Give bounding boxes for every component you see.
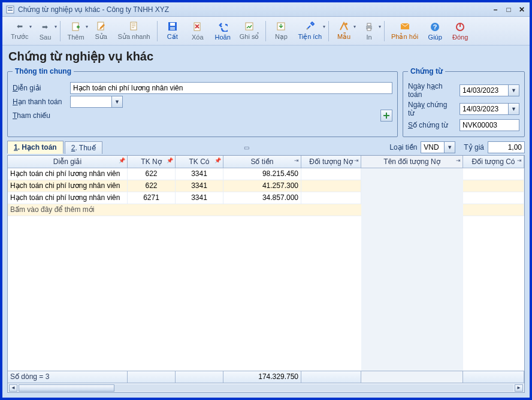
currency-input[interactable] [421, 141, 445, 153]
so-ct-input[interactable] [460, 119, 519, 131]
ngay-ht-input[interactable] [460, 84, 509, 96]
plus-icon [383, 112, 390, 119]
toolbar: ⬅▾Trước ➡▾Sau ▾Thêm Sửa Sửa nhanh Cất Xó… [2, 17, 530, 46]
grid-body[interactable]: Hạch toán chi phí lương nhân viên6223341… [8, 168, 524, 371]
voucher-fieldset: Chứng từ Ngày hạch toán ▼ Ngày chứng từ … [403, 67, 525, 137]
so-ct-label: Số chứng từ [408, 121, 456, 129]
post-button[interactable]: Ghi sổ [236, 19, 263, 43]
scroll-left-button[interactable]: ◄ [9, 384, 17, 392]
edit-button[interactable]: Sửa [89, 19, 113, 43]
table-row[interactable]: Hạch toán chi phí lương nhân viên6223341… [8, 168, 524, 180]
horizontal-scrollbar[interactable]: ◄ ► [8, 383, 524, 392]
add-new-row[interactable]: Bấm vào đây để thêm mới [8, 204, 524, 216]
save-icon [168, 21, 177, 32]
svg-rect-16 [367, 28, 371, 31]
power-icon [455, 22, 465, 32]
arrow-right-icon: ➡ [42, 22, 48, 32]
tham-chieu-label: Tham chiếu [13, 111, 66, 120]
mail-icon [400, 21, 410, 32]
delete-icon [193, 22, 202, 32]
page-title: Chứng từ nghiệp vụ khác [8, 49, 525, 63]
print-button[interactable]: ▾In [357, 19, 381, 43]
collapse-toggle[interactable]: ▭ [107, 144, 386, 151]
dien-giai-input[interactable] [70, 82, 392, 94]
ty-gia-label: Tỷ giá [464, 143, 484, 151]
load-icon [276, 21, 286, 32]
help-label: Giúp [428, 34, 442, 41]
edit-icon [96, 21, 106, 32]
svg-rect-2 [8, 10, 13, 11]
voucher-legend: Chứng từ [408, 67, 445, 75]
loai-tien-label: Loại tiền [389, 143, 417, 151]
row-count: Số dòng = 3 [8, 371, 128, 383]
add-icon [71, 22, 81, 32]
prev-button[interactable]: ⬅▾Trước [7, 19, 32, 43]
ngay-ct-label: Ngày chứng từ [408, 101, 456, 117]
load-button[interactable]: Nạp [269, 19, 293, 43]
feedback-label: Phản hồi [391, 33, 418, 41]
save-button[interactable]: Cất [161, 19, 185, 43]
ngay-ht-label: Ngày hạch toán [408, 82, 456, 99]
col-dien-giai[interactable]: Diễn giải📌 [8, 156, 128, 168]
edit-label: Sửa [95, 33, 107, 41]
next-button[interactable]: ➡▾Sau [33, 19, 57, 43]
col-dt-co[interactable]: Đối tượng Có⇥ [463, 156, 524, 168]
quickedit-button[interactable]: Sửa nhanh [114, 19, 154, 43]
scroll-thumb[interactable] [19, 384, 114, 392]
col-so-tien[interactable]: Số tiền⇥ [223, 156, 301, 168]
quickedit-icon [129, 21, 139, 32]
window-title: Chứng từ nghiệp vụ khác - Công ty TNHH X… [18, 5, 169, 14]
pin-icon: 📌 [119, 157, 125, 163]
maximize-button[interactable]: □ [504, 5, 513, 14]
utility-button[interactable]: ▾Tiện ích [294, 19, 325, 43]
col-dt-no[interactable]: Đối tượng Nợ⇥ [301, 156, 361, 168]
scroll-right-button[interactable]: ► [515, 384, 523, 392]
prev-label: Trước [11, 33, 28, 41]
tab-thue[interactable]: 2. Thuế [65, 141, 102, 154]
rate-input[interactable] [488, 141, 525, 153]
col-ten-dt-no[interactable]: Tên đối tượng Nợ⇥ [361, 156, 463, 168]
add-label: Thêm [67, 34, 84, 41]
utility-label: Tiện ích [298, 33, 322, 41]
svg-text:?: ? [433, 23, 437, 31]
table-row[interactable]: Hạch toán chi phí lương nhân viên6223341… [8, 180, 524, 192]
feedback-button[interactable]: Phản hồi [388, 19, 422, 43]
add-button[interactable]: ▾Thêm [64, 19, 87, 43]
delete-button[interactable]: Xóa [186, 19, 210, 43]
grid-footer: Số dòng = 3 174.329.750 [8, 371, 524, 383]
help-button[interactable]: ?Giúp [423, 19, 447, 43]
col-tk-no[interactable]: TK Nợ📌 [128, 156, 176, 168]
template-label: Mẫu [337, 33, 350, 41]
svg-rect-8 [170, 27, 175, 30]
ngay-ct-dropdown[interactable]: ▼ [509, 103, 519, 115]
table-row[interactable]: Hạch toán chi phí lương nhân viên6271334… [8, 192, 524, 204]
general-fieldset: Thông tin chung Diễn giải Hạn thanh toán… [7, 67, 398, 137]
ngay-ct-input[interactable] [460, 103, 509, 115]
app-icon [6, 5, 14, 14]
add-reference-button[interactable] [380, 110, 392, 122]
minimize-button[interactable]: – [491, 5, 500, 14]
svg-rect-15 [367, 23, 371, 26]
grid: Diễn giải📌 TK Nợ📌 TK Có📌 Số tiền⇥ Đối tư… [7, 155, 525, 393]
next-label: Sau [40, 34, 52, 41]
save-label: Cất [167, 33, 178, 41]
tab-hachtoan[interactable]: 1. Hạch toán [7, 141, 64, 154]
currency-dropdown[interactable]: ▼ [445, 141, 455, 153]
print-label: In [366, 34, 371, 41]
han-tt-dropdown[interactable]: ▼ [112, 96, 123, 108]
template-button[interactable]: ▾Mẫu [332, 19, 356, 43]
han-tt-input[interactable] [70, 96, 112, 108]
grid-header: Diễn giải📌 TK Nợ📌 TK Có📌 Số tiền⇥ Đối tư… [8, 156, 524, 168]
close-button[interactable]: Đóng [448, 19, 472, 43]
svg-rect-7 [170, 23, 175, 26]
close-label: Đóng [452, 34, 468, 41]
total-cell: 174.329.750 [223, 371, 301, 383]
titlebar: Chứng từ nghiệp vụ khác - Công ty TNHH X… [2, 2, 530, 17]
ngay-ht-dropdown[interactable]: ▼ [509, 84, 519, 96]
close-window-button[interactable]: ✕ [518, 5, 526, 14]
delete-label: Xóa [192, 34, 204, 41]
svg-point-12 [307, 28, 308, 29]
col-tk-co[interactable]: TK Có📌 [176, 156, 223, 168]
undo-button[interactable]: Hoãn [211, 19, 235, 43]
han-tt-label: Hạn thanh toán [13, 98, 66, 106]
